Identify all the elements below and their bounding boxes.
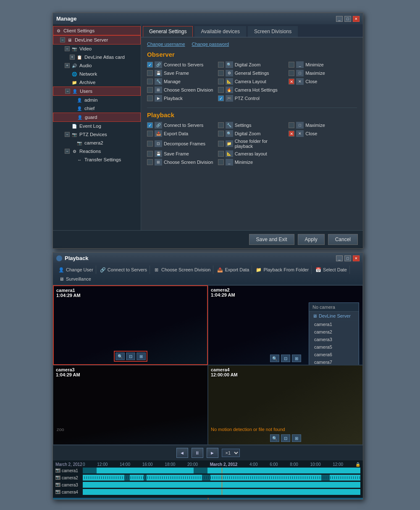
toolbar-change-user[interactable]: 👤 Change User [55,266,96,274]
dropdown-camera2[interactable]: camera2 [309,328,359,336]
snapshot-button-c4[interactable]: ⊡ [281,434,290,442]
dropdown-camera5[interactable]: camera5 [309,343,359,351]
sidebar-item-devline-server[interactable]: − 🖥 DevLine Server [53,35,141,45]
expand-icon[interactable]: − [60,37,65,42]
cb-minimize[interactable]: _ Minimize [289,61,357,68]
sidebar-item-eventlog[interactable]: 📄 Event Log [53,122,141,130]
checkbox-pb-decompose[interactable] [147,141,153,147]
sidebar-item-transfer[interactable]: ↔ Transfer Settings [53,155,141,164]
dropdown-camera6[interactable]: camera6 [309,351,359,358]
sidebar-item-users[interactable]: − 👤 Users [53,87,141,96]
toolbar-connect-servers[interactable]: 🔗 Connect to Servers [97,266,150,274]
cb-close[interactable]: ✕ Close [289,78,357,85]
save-and-exit-button[interactable]: Save and Exit [249,234,294,245]
checkbox-minimize[interactable] [289,62,294,68]
tab-general-settings[interactable]: General Settings [143,26,193,37]
checkbox-connect-servers[interactable] [147,62,153,68]
checkbox-camera-layout[interactable] [218,79,224,84]
change-password-link[interactable]: Change password [192,42,229,47]
checkbox-pb-close[interactable] [289,131,294,137]
pb-minimize[interactable]: _ Minimize [218,159,286,166]
pb-close[interactable]: ✕ Close [289,130,357,137]
checkbox-camera-hot[interactable] [218,87,224,93]
cb-general-settings[interactable]: ⚙ General Settings [218,70,286,76]
track-bar-camera2[interactable] [83,475,360,481]
speed-selector[interactable]: ×1 ×2 ×4 ×8 [222,449,240,457]
expand-icon[interactable]: − [65,46,70,51]
checkbox-save-frame[interactable] [147,70,153,76]
checkbox-pb-settings[interactable] [218,122,224,128]
video-cell-camera3[interactable]: camera3 1:04:29 AM zoo [53,365,208,445]
pb-settings[interactable]: 🔧 Settings [218,122,286,129]
sidebar-item-network[interactable]: 🌐 Network [53,70,141,78]
track-bar-camera3[interactable] [83,482,360,488]
pb-decompose[interactable]: ⊡ Decompose Frames [147,139,215,149]
sidebar-item-guard[interactable]: 👤 guard [53,113,141,122]
expand-icon[interactable]: − [65,149,70,154]
checkbox-pb-export[interactable] [147,131,153,137]
cancel-button[interactable]: Cancel [328,234,358,245]
camera-dropdown[interactable]: No camera 🖥 DevLine Server camera1 camer… [309,302,359,365]
pb-chose-folder[interactable]: 📁 Chose folder for playback [218,139,286,149]
cb-ptz-control[interactable]: 🎮 PTZ Control [218,95,286,102]
checkbox-maximize[interactable] [289,70,294,76]
sidebar-item-audio[interactable]: + 🔊 Audio [53,61,141,70]
checkbox-pb-minimize[interactable] [218,159,224,165]
pb-connect-servers[interactable]: 🔗 Connect to Servers [147,122,215,129]
snapshot-button-c2[interactable]: ⊡ [281,355,290,362]
pb-minimize-button[interactable]: _ [336,255,343,261]
video-cell-camera2[interactable]: camera2 1:04:29 AM No camera 🖥 DevLine S… [208,285,363,365]
fullscreen-button-c2[interactable]: ⊞ [292,355,301,362]
snapshot-button-c1[interactable]: ⊡ [126,352,135,360]
cb-camera-hot[interactable]: 🔥 Camera Hot Settings [218,87,286,93]
checkbox-pb-maximize[interactable] [289,122,294,128]
video-cell-camera4[interactable]: camera4 12:00:00 AM No motion detection … [208,365,363,445]
apply-button[interactable]: Apply [298,234,325,245]
checkbox-general-settings[interactable] [218,70,224,76]
sidebar-item-reactions[interactable]: − ⚙ Reactions [53,147,141,155]
zoom-button-c1[interactable]: 🔍 [116,352,125,360]
pb-export-data[interactable]: 📤 Export Data [147,130,215,137]
checkbox-ptz-control[interactable] [218,95,224,101]
checkbox-pb-zoom[interactable] [218,131,224,137]
toolbar-surveillance[interactable]: 🖥 Surveillance [55,275,94,283]
checkbox-pb-folder[interactable] [218,141,224,147]
cb-maximize[interactable]: □ Maximize [289,70,357,76]
play-button[interactable]: ► [207,448,218,458]
sidebar-item-camera2[interactable]: 📷 camera2 [53,139,141,147]
cb-choose-screen[interactable]: ⊞ Choose Screen Division [147,87,215,93]
toolbar-playback-folder[interactable]: 📁 Playback From Folder [253,266,312,274]
toolbar-screen-division[interactable]: ⊞ Choose Screen Division [151,266,213,274]
toolbar-select-date[interactable]: 📅 Select Date [312,266,350,274]
dropdown-camera3[interactable]: camera3 [309,336,359,343]
dropdown-server[interactable]: 🖥 DevLine Server [309,312,359,321]
checkbox-pb-connect[interactable] [147,122,153,128]
track-bar-camera1[interactable] [83,468,360,473]
expand-icon[interactable]: − [65,132,70,137]
pb-digital-zoom[interactable]: 🔍 Digital Zoom [218,130,286,137]
sidebar-item-admin[interactable]: 👤 admin [53,96,141,104]
dropdown-camera7[interactable]: camera7 [309,358,359,365]
cb-manage[interactable]: 🔧 Manage [147,78,215,85]
expand-icon[interactable]: − [65,89,70,94]
zoom-button-c2[interactable]: 🔍 [270,355,279,362]
checkbox-close[interactable] [289,79,294,84]
minimize-button[interactable]: _ [336,16,343,22]
pb-close-button[interactable]: ✕ [353,255,360,261]
checkbox-pb-layout[interactable] [218,151,224,157]
sidebar-item-archive[interactable]: 📁 Archive [53,78,141,87]
cb-connect-servers[interactable]: 🔗 Connect to Servers [147,61,215,68]
pb-maximize-button[interactable]: □ [344,255,351,261]
pause-button[interactable]: ⏸ [192,448,203,458]
checkbox-pb-saveframe[interactable] [147,151,153,157]
sidebar-item-atlas-card[interactable]: + 📋 DevLine Atlas card [53,53,141,61]
sidebar-item-video[interactable]: − 📷 Video [53,45,141,53]
fullscreen-button-c1[interactable]: ⊞ [136,352,146,360]
sidebar-item-chief[interactable]: 👤 chief [53,104,141,113]
expand-icon[interactable]: + [65,63,70,68]
maximize-button[interactable]: □ [344,16,351,22]
cb-playback[interactable]: ▶ Playback [147,95,215,102]
checkbox-manage[interactable] [147,79,153,84]
pb-choose-screen[interactable]: ⊞ Choose Screen Division [147,159,215,166]
sidebar-item-ptz[interactable]: − 📷 PTZ Devices [53,130,141,139]
